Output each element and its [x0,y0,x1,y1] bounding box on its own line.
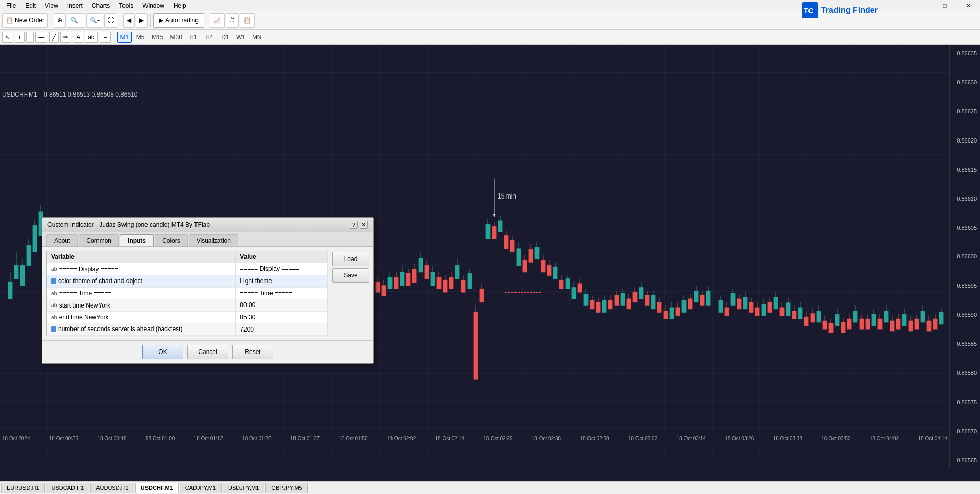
cell-icon-5: ab end time NewYork [51,314,109,321]
modal-title: Custom Indicator - Judas Swing (one cand… [47,221,210,228]
value-cell-1: ===== Display ===== [236,263,328,275]
variable-cell-6: number of seconds server is ahead (backt… [47,323,236,336]
modal-tab-visualization[interactable]: Visualization [189,234,238,246]
reset-button[interactable]: Reset [232,345,273,359]
ok-button[interactable]: OK [142,345,183,359]
variable-cell-2: color theme of chart and object [47,275,236,287]
value-cell-5: 05:30 [236,311,328,323]
ab-icon-3: ab [51,291,57,296]
table-row[interactable]: ab end time NewYork 05:30 [47,311,328,323]
variable-cell-1: ab ===== Display ===== [47,263,236,275]
modal-close-button[interactable]: ✕ [360,221,368,229]
modal-tab-common[interactable]: Common [79,234,119,246]
table-row[interactable]: ab ===== Time ===== ===== Time ===== [47,287,328,299]
modal-titlebar: Custom Indicator - Judas Swing (one cand… [42,218,373,232]
modal-titlebar-buttons: ? ✕ [350,221,368,229]
variable-cell-5: ab end time NewYork [47,311,236,323]
value-cell-3: ===== Time ===== [236,287,328,299]
modal-help-button[interactable]: ? [350,221,358,229]
modal-side-buttons: Load Save [332,251,369,336]
variable-cell-3: ab ===== Time ===== [47,287,236,299]
inputs-table: Variable Value ab ===== Display ===== [47,251,328,336]
cell-icon-2: color theme of chart and object [51,277,142,285]
modal-tabs: About Common Inputs Colors Visualization [42,232,373,247]
modal-overlay: Custom Indicator - Judas Swing (one cand… [0,0,980,494]
col-variable-header: Variable [47,251,236,263]
modal-table-area: Variable Value ab ===== Display ===== [46,251,328,336]
ab-icon-4: ab [51,302,57,308]
cell-icon-3: ab ===== Time ===== [51,290,111,297]
col-value-header: Value [236,251,328,263]
modal-tab-about[interactable]: About [46,234,78,246]
modal-tab-colors[interactable]: Colors [155,234,188,246]
modal-dialog: Custom Indicator - Judas Swing (one cand… [42,217,374,364]
blue-sq-icon-6 [51,326,56,332]
load-button[interactable]: Load [332,252,369,266]
variable-cell-4: ab start time NewYork [47,299,236,312]
table-row[interactable]: ab ===== Display ===== ===== Display ===… [47,263,328,275]
cell-icon-1: ab ===== Display ===== [51,266,118,273]
ab-icon-5: ab [51,315,57,320]
save-button[interactable]: Save [332,268,369,283]
blue-sq-icon-2 [51,278,56,284]
cell-icon-6: number of seconds server is ahead (backt… [51,325,182,333]
cancel-button[interactable]: Cancel [187,345,228,359]
modal-content: Variable Value ab ===== Display ===== [42,247,373,340]
value-cell-4: 00:00 [236,299,328,312]
modal-footer: OK Cancel Reset [42,340,373,363]
table-row[interactable]: color theme of chart and object Light th… [47,275,328,287]
modal-tab-inputs[interactable]: Inputs [120,234,154,246]
cell-icon-4: ab start time NewYork [51,302,110,309]
table-row[interactable]: ab start time NewYork 00:00 [47,299,328,312]
ab-icon-1: ab [51,266,57,272]
value-cell-6: 7200 [236,323,328,336]
value-cell-2: Light theme [236,275,328,287]
table-row[interactable]: number of seconds server is ahead (backt… [47,323,328,336]
